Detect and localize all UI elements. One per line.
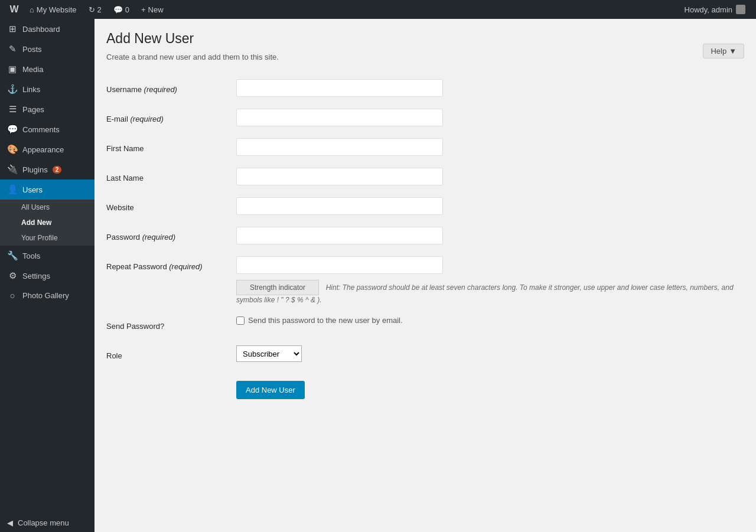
- email-row: E-mail (required): [106, 103, 744, 132]
- strength-row: Strength indicator Hint: The password sh…: [106, 280, 744, 310]
- firstname-input[interactable]: [236, 138, 443, 156]
- adminbar-updates[interactable]: ↻ 2: [83, 0, 107, 19]
- lastname-label: Last Name: [106, 174, 144, 182]
- sidebar-item-appearance[interactable]: 🎨 Appearance: [0, 139, 94, 159]
- sidebar-item-dashboard[interactable]: ⊞ Dashboard: [0, 19, 94, 39]
- submenu-add-new[interactable]: Add New: [0, 215, 94, 230]
- add-user-form: Username (required) E-mail (required): [106, 73, 744, 405]
- plus-icon: +: [141, 5, 146, 14]
- repeat-password-input[interactable]: [236, 256, 443, 274]
- role-select[interactable]: Subscriber Contributor Author Editor Adm…: [236, 345, 302, 362]
- send-password-label: Send Password?: [106, 322, 164, 331]
- sidebar: ⊞ Dashboard ✎ Posts ▣ Media ⚓ Links ☰ Pa…: [0, 19, 94, 532]
- collapse-menu-button[interactable]: ◀ Collapse menu: [0, 514, 94, 532]
- sidebar-item-settings[interactable]: ⚙ Settings: [0, 266, 94, 286]
- password-input[interactable]: [236, 227, 443, 244]
- email-input[interactable]: [236, 109, 443, 126]
- posts-icon: ✎: [7, 44, 18, 54]
- repeat-password-row: Repeat Password (required): [106, 250, 744, 280]
- sidebar-item-comments[interactable]: 💬 Comments: [0, 119, 94, 139]
- photo-gallery-icon: ○: [7, 291, 18, 301]
- plugins-icon: 🔌: [7, 164, 18, 175]
- chevron-down-icon: ▼: [729, 47, 737, 56]
- users-icon: 👤: [7, 184, 18, 195]
- sidebar-item-tools[interactable]: 🔧 Tools: [0, 246, 94, 266]
- sidebar-item-posts[interactable]: ✎ Posts: [0, 39, 94, 59]
- adminbar-site-name[interactable]: ⌂ My Website: [24, 0, 83, 19]
- adminbar-user-menu[interactable]: Howdy, admin: [679, 5, 751, 14]
- role-row: Role Subscriber Contributor Author Edito…: [106, 340, 744, 369]
- dashboard-icon: ⊞: [7, 24, 18, 34]
- lastname-row: Last Name: [106, 162, 744, 191]
- send-password-checkbox-label: Send this password to the new user by em…: [236, 316, 744, 325]
- password-row: Password (required): [106, 221, 744, 250]
- strength-indicator: Strength indicator: [236, 280, 319, 295]
- website-row: Website: [106, 191, 744, 221]
- home-icon: ⌂: [30, 5, 34, 14]
- send-password-checkbox[interactable]: [236, 316, 245, 325]
- firstname-row: First Name: [106, 132, 744, 162]
- repeat-password-label: Repeat Password (required): [106, 262, 203, 271]
- sidebar-item-media[interactable]: ▣ Media: [0, 59, 94, 79]
- help-button[interactable]: Help ▼: [703, 44, 744, 58]
- username-label: Username (required): [106, 85, 177, 94]
- sidebar-item-photo-gallery[interactable]: ○ Photo Gallery: [0, 286, 94, 305]
- avatar: [736, 5, 745, 14]
- appearance-icon: 🎨: [7, 144, 18, 155]
- submenu-your-profile[interactable]: Your Profile: [0, 230, 94, 246]
- adminbar-comments[interactable]: 💬 0: [107, 0, 135, 19]
- sidebar-item-links[interactable]: ⚓ Links: [0, 79, 94, 99]
- admin-bar: W ⌂ My Website ↻ 2 💬 0 + New Howdy, admi…: [0, 0, 756, 19]
- submit-row: Add New User: [106, 369, 744, 405]
- plugins-badge: 2: [53, 166, 62, 174]
- page-subtitle: Create a brand new user and add them to …: [106, 53, 744, 61]
- comments-icon: 💬: [113, 5, 123, 14]
- updates-icon: ↻: [89, 5, 95, 14]
- website-label: Website: [106, 203, 134, 212]
- wp-logo-icon: W: [9, 4, 18, 15]
- pages-icon: ☰: [7, 104, 18, 115]
- page-title: Add New User: [106, 31, 744, 47]
- username-input[interactable]: [236, 79, 443, 97]
- collapse-icon: ◀: [7, 518, 13, 527]
- add-new-user-button[interactable]: Add New User: [236, 381, 305, 399]
- role-label: Role: [106, 351, 122, 360]
- tools-icon: 🔧: [7, 250, 18, 261]
- adminbar-new[interactable]: + New: [135, 0, 170, 19]
- website-input[interactable]: [236, 197, 443, 215]
- settings-icon: ⚙: [7, 270, 18, 281]
- comments-sidebar-icon: 💬: [7, 124, 18, 135]
- media-icon: ▣: [7, 64, 18, 74]
- lastname-input[interactable]: [236, 168, 443, 185]
- links-icon: ⚓: [7, 84, 18, 94]
- submenu-all-users[interactable]: All Users: [0, 200, 94, 215]
- wp-logo-button[interactable]: W: [5, 0, 24, 19]
- sidebar-item-users[interactable]: 👤 Users: [0, 179, 94, 200]
- send-password-row: Send Password? Send this password to the…: [106, 310, 744, 340]
- users-submenu: All Users Add New Your Profile: [0, 200, 94, 246]
- sidebar-item-plugins[interactable]: 🔌 Plugins 2: [0, 159, 94, 179]
- username-row: Username (required): [106, 73, 744, 103]
- sidebar-item-pages[interactable]: ☰ Pages: [0, 99, 94, 119]
- firstname-label: First Name: [106, 144, 144, 153]
- main-content: Help ▼ Add New User Create a brand new u…: [94, 19, 756, 532]
- password-label: Password (required): [106, 233, 175, 241]
- email-label: E-mail (required): [106, 115, 164, 123]
